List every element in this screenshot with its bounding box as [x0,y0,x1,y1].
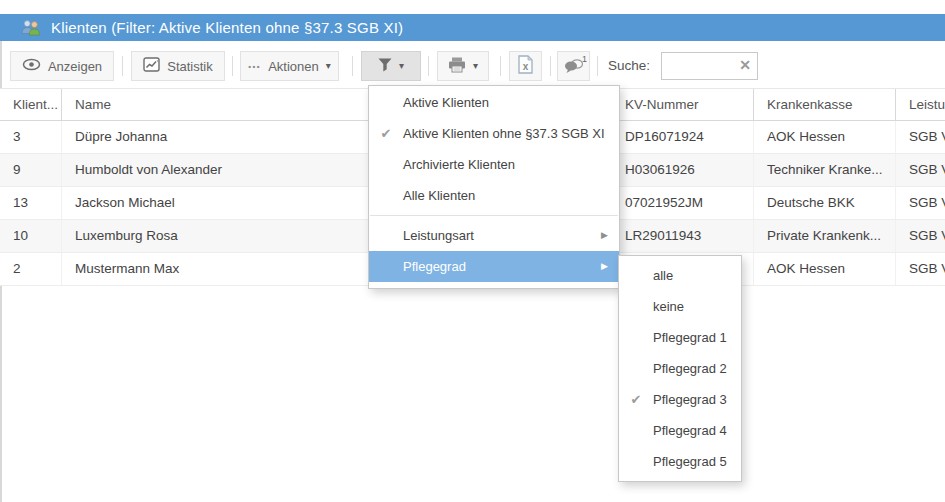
cell-leistung: SGB V [896,154,945,186]
submenu-item-pflegegrad-1[interactable]: Pflegegrad 1 [619,322,741,353]
menu-item-aktive-klienten-ohne-37-3[interactable]: ✔ Aktive Klienten ohne §37.3 SGB XI [369,118,619,149]
comments-button[interactable]: 1 [557,51,590,81]
search-label: Suche: [608,51,650,81]
menu-item-label: Pflegegrad 2 [653,361,727,376]
menu-item-label: Pflegegrad 3 [653,392,727,407]
check-icon: ✔ [369,126,403,141]
menu-item-leistungsart[interactable]: Leistungsart ▶ [369,220,619,251]
toolbar-separator [550,56,551,76]
column-header-krankenkasse[interactable]: Krankenkasse [754,89,896,120]
cell-leistung: SGB V [896,121,945,153]
eye-icon [22,58,41,74]
menu-item-label: alle [653,268,673,283]
cell-leistung: SGB V [896,220,945,252]
submenu-arrow-icon: ▶ [601,262,608,271]
cell-kv: DP16071924 [612,121,754,153]
submenu-item-pflegegrad-2[interactable]: Pflegegrad 2 [619,353,741,384]
anzeigen-label: Anzeigen [48,59,102,74]
search-input[interactable] [666,54,738,78]
chat-bubbles-icon [564,58,584,74]
cell-kasse: Techniker Kranke... [754,154,896,186]
printer-icon [448,57,466,76]
toolbar-separator [597,56,598,76]
menu-item-label: Archivierte Klienten [403,157,515,172]
toolbar-separator [428,56,429,76]
submenu-item-pflegegrad-3[interactable]: ✔ Pflegegrad 3 [619,384,741,415]
menu-item-label: Alle Klienten [403,188,475,203]
cell-kv: LR29011943 [612,220,754,252]
excel-export-button[interactable]: x [509,51,542,81]
cell-klient: 3 [0,121,62,153]
dots-icon: ••• [248,62,261,71]
cell-klient: 2 [0,253,62,285]
cell-kasse: AOK Hessen [754,121,896,153]
pflegegrad-submenu: alle keine Pflegegrad 1 Pflegegrad 2 ✔ P… [618,255,742,482]
title-bar: Klienten (Filter: Aktive Klienten ohne §… [0,14,945,41]
toolbar-separator [122,56,123,76]
submenu-item-alle[interactable]: alle [619,260,741,291]
statistik-button[interactable]: Statistik [131,51,225,81]
menu-item-label: Pflegegrad [403,259,466,274]
svg-text:x: x [523,61,529,72]
filter-button[interactable]: ▾ [361,51,421,81]
chat-badge: 1 [582,54,587,64]
clear-search-icon[interactable]: ✕ [739,57,751,73]
cell-kasse: Private Krankenk... [754,220,896,252]
cell-klient: 9 [0,154,62,186]
submenu-arrow-icon: ▶ [601,231,608,240]
toolbar-separator [500,56,501,76]
submenu-item-pflegegrad-5[interactable]: Pflegegrad 5 [619,446,741,477]
print-button[interactable]: ▾ [437,51,489,81]
toolbar-separator [352,56,353,76]
filter-menu: Aktive Klienten ✔ Aktive Klienten ohne §… [368,85,620,289]
cell-kv: H03061926 [612,154,754,186]
chevron-down-icon: ▾ [399,61,404,71]
cell-kasse: AOK Hessen [754,253,896,285]
cell-kasse: Deutsche BKK [754,187,896,219]
aktionen-button[interactable]: ••• Aktionen ▾ [240,51,339,81]
klienten-window: Klienten (Filter: Aktive Klienten ohne §… [0,0,945,502]
menu-item-aktive-klienten[interactable]: Aktive Klienten [369,87,619,118]
chevron-down-icon: ▾ [326,61,331,71]
filter-icon [378,58,392,75]
submenu-item-pflegegrad-4[interactable]: Pflegegrad 4 [619,415,741,446]
chart-icon [143,57,160,75]
menu-item-archivierte-klienten[interactable]: Archivierte Klienten [369,149,619,180]
aktionen-label: Aktionen [268,59,319,74]
menu-item-label: Pflegegrad 5 [653,454,727,469]
cell-klient: 10 [0,220,62,252]
excel-file-icon: x [518,55,533,77]
column-header-klient[interactable]: Klient... [0,89,62,120]
menu-item-label: Pflegegrad 4 [653,423,727,438]
menu-item-label: Leistungsart [403,228,474,243]
search-box: ✕ [661,52,758,80]
anzeigen-button[interactable]: Anzeigen [10,51,114,81]
submenu-item-keine[interactable]: keine [619,291,741,322]
chevron-down-icon: ▾ [473,61,478,71]
cell-kv: 07021952JM [612,187,754,219]
cell-leistung: SGB V [896,187,945,219]
menu-separator [370,215,618,216]
users-icon [21,19,41,36]
statistik-label: Statistik [167,59,213,74]
menu-item-pflegegrad[interactable]: Pflegegrad ▶ [369,251,619,282]
menu-item-label: keine [653,299,684,314]
menu-item-label: Aktive Klienten [403,95,489,110]
menu-item-label: Aktive Klienten ohne §37.3 SGB XI [403,126,605,141]
cell-klient: 13 [0,187,62,219]
page-title: Klienten (Filter: Aktive Klienten ohne §… [51,19,403,36]
toolbar-separator [232,56,233,76]
check-icon: ✔ [619,392,653,407]
menu-item-alle-klienten[interactable]: Alle Klienten [369,180,619,211]
column-header-leistung[interactable]: Leistu [896,89,945,120]
cell-leistung: SGB V [896,253,945,285]
menu-item-label: Pflegegrad 1 [653,330,727,345]
column-header-kv-nummer[interactable]: KV-Nummer [612,89,754,120]
